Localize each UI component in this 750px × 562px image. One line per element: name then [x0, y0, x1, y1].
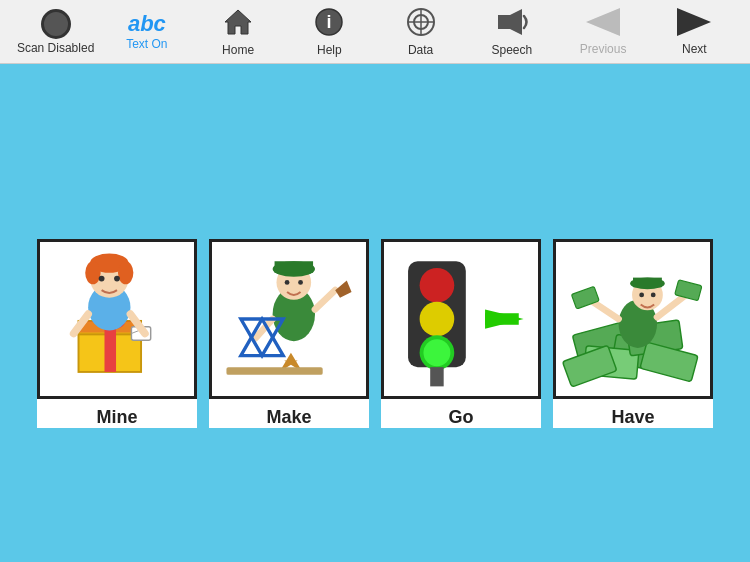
card-have[interactable]: Have — [553, 239, 713, 428]
svg-point-62 — [639, 292, 644, 297]
previous-label: Previous — [580, 42, 627, 56]
data-label: Data — [408, 43, 433, 57]
svg-marker-0 — [225, 10, 251, 34]
next-icon — [677, 8, 711, 40]
svg-point-22 — [85, 261, 100, 284]
text-button[interactable]: abc Text On — [107, 13, 187, 51]
svg-text:i: i — [327, 12, 332, 32]
speech-button[interactable]: Speech — [472, 7, 552, 57]
card-have-image — [553, 239, 713, 399]
svg-point-23 — [118, 261, 133, 284]
card-go[interactable]: Go — [381, 239, 541, 428]
svg-rect-50 — [485, 313, 519, 325]
svg-point-44 — [420, 267, 455, 302]
home-label: Home — [222, 43, 254, 57]
svg-rect-48 — [430, 367, 443, 386]
svg-marker-8 — [510, 9, 522, 35]
svg-point-24 — [99, 275, 105, 281]
scan-icon — [41, 9, 71, 39]
next-label: Next — [682, 42, 707, 56]
cards-container: Mine — [37, 239, 713, 428]
svg-rect-41 — [226, 367, 322, 375]
scan-label: Scan Disabled — [17, 41, 94, 55]
svg-rect-61 — [633, 277, 662, 287]
svg-point-25 — [114, 275, 120, 281]
data-button[interactable]: Data — [381, 7, 461, 57]
speech-icon — [496, 7, 528, 41]
previous-button[interactable]: Previous — [563, 8, 643, 56]
speech-label: Speech — [492, 43, 533, 57]
help-label: Help — [317, 43, 342, 57]
help-button[interactable]: i Help — [289, 7, 369, 57]
card-make[interactable]: Make — [209, 239, 369, 428]
data-icon — [406, 7, 436, 41]
card-mine-image — [37, 239, 197, 399]
main-content: Mine — [0, 64, 750, 562]
svg-point-33 — [285, 280, 290, 285]
text-label: Text On — [126, 37, 167, 51]
home-icon — [223, 7, 253, 41]
home-button[interactable]: Home — [198, 7, 278, 57]
svg-point-63 — [651, 292, 656, 297]
card-make-label: Make — [266, 407, 311, 428]
card-go-label: Go — [449, 407, 474, 428]
card-make-image — [209, 239, 369, 399]
card-have-label: Have — [611, 407, 654, 428]
svg-marker-7 — [498, 15, 510, 29]
svg-point-34 — [298, 280, 303, 285]
scan-button[interactable]: Scan Disabled — [16, 9, 96, 55]
card-mine-label: Mine — [96, 407, 137, 428]
toolbar: Scan Disabled abc Text On Home i Help — [0, 0, 750, 64]
svg-marker-9 — [586, 8, 620, 36]
svg-rect-32 — [275, 261, 314, 273]
svg-marker-10 — [677, 8, 711, 36]
next-button[interactable]: Next — [654, 8, 734, 56]
help-icon: i — [314, 7, 344, 41]
svg-point-47 — [423, 339, 450, 366]
svg-point-45 — [420, 301, 455, 336]
abc-icon: abc — [128, 13, 166, 35]
card-go-image — [381, 239, 541, 399]
card-mine[interactable]: Mine — [37, 239, 197, 428]
previous-icon — [586, 8, 620, 40]
